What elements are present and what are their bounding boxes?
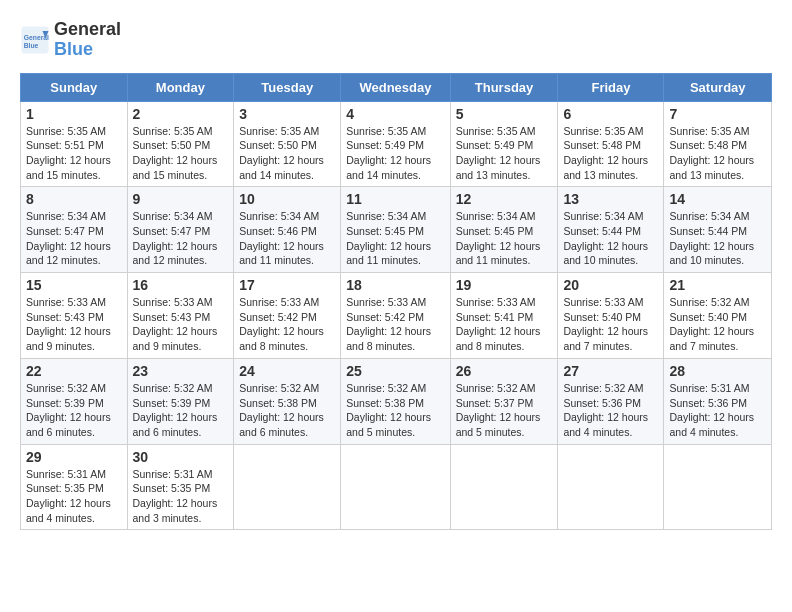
- day-header-tuesday: Tuesday: [234, 73, 341, 101]
- day-info: Sunrise: 5:31 AMSunset: 5:36 PMDaylight:…: [669, 381, 766, 440]
- day-number: 4: [346, 106, 444, 122]
- day-number: 28: [669, 363, 766, 379]
- day-header-monday: Monday: [127, 73, 234, 101]
- calendar-cell: 22Sunrise: 5:32 AMSunset: 5:39 PMDayligh…: [21, 358, 128, 444]
- day-number: 1: [26, 106, 122, 122]
- day-info: Sunrise: 5:35 AMSunset: 5:49 PMDaylight:…: [346, 124, 444, 183]
- day-number: 20: [563, 277, 658, 293]
- calendar-cell: 14Sunrise: 5:34 AMSunset: 5:44 PMDayligh…: [664, 187, 772, 273]
- calendar-cell: 11Sunrise: 5:34 AMSunset: 5:45 PMDayligh…: [341, 187, 450, 273]
- day-info: Sunrise: 5:32 AMSunset: 5:38 PMDaylight:…: [239, 381, 335, 440]
- day-number: 19: [456, 277, 553, 293]
- day-info: Sunrise: 5:34 AMSunset: 5:46 PMDaylight:…: [239, 209, 335, 268]
- calendar-cell: 2Sunrise: 5:35 AMSunset: 5:50 PMDaylight…: [127, 101, 234, 187]
- day-info: Sunrise: 5:34 AMSunset: 5:47 PMDaylight:…: [133, 209, 229, 268]
- calendar-cell: 19Sunrise: 5:33 AMSunset: 5:41 PMDayligh…: [450, 273, 558, 359]
- day-number: 11: [346, 191, 444, 207]
- day-number: 7: [669, 106, 766, 122]
- calendar-cell: 20Sunrise: 5:33 AMSunset: 5:40 PMDayligh…: [558, 273, 664, 359]
- logo: General Blue General Blue: [20, 20, 121, 60]
- calendar-cell: 25Sunrise: 5:32 AMSunset: 5:38 PMDayligh…: [341, 358, 450, 444]
- day-info: Sunrise: 5:32 AMSunset: 5:40 PMDaylight:…: [669, 295, 766, 354]
- svg-text:Blue: Blue: [24, 41, 39, 48]
- day-info: Sunrise: 5:32 AMSunset: 5:39 PMDaylight:…: [26, 381, 122, 440]
- day-number: 3: [239, 106, 335, 122]
- day-number: 6: [563, 106, 658, 122]
- calendar-cell: 7Sunrise: 5:35 AMSunset: 5:48 PMDaylight…: [664, 101, 772, 187]
- calendar-cell: 13Sunrise: 5:34 AMSunset: 5:44 PMDayligh…: [558, 187, 664, 273]
- day-number: 21: [669, 277, 766, 293]
- day-number: 13: [563, 191, 658, 207]
- calendar-cell: [341, 444, 450, 530]
- day-number: 22: [26, 363, 122, 379]
- calendar-cell: 18Sunrise: 5:33 AMSunset: 5:42 PMDayligh…: [341, 273, 450, 359]
- day-number: 14: [669, 191, 766, 207]
- calendar-cell: 1Sunrise: 5:35 AMSunset: 5:51 PMDaylight…: [21, 101, 128, 187]
- calendar-cell: 30Sunrise: 5:31 AMSunset: 5:35 PMDayligh…: [127, 444, 234, 530]
- calendar-cell: 10Sunrise: 5:34 AMSunset: 5:46 PMDayligh…: [234, 187, 341, 273]
- calendar-cell: 5Sunrise: 5:35 AMSunset: 5:49 PMDaylight…: [450, 101, 558, 187]
- day-header-saturday: Saturday: [664, 73, 772, 101]
- day-number: 10: [239, 191, 335, 207]
- day-number: 25: [346, 363, 444, 379]
- logo-text: General Blue: [54, 20, 121, 60]
- calendar-cell: 26Sunrise: 5:32 AMSunset: 5:37 PMDayligh…: [450, 358, 558, 444]
- day-number: 9: [133, 191, 229, 207]
- day-info: Sunrise: 5:31 AMSunset: 5:35 PMDaylight:…: [26, 467, 122, 526]
- day-number: 12: [456, 191, 553, 207]
- day-header-sunday: Sunday: [21, 73, 128, 101]
- calendar-cell: 8Sunrise: 5:34 AMSunset: 5:47 PMDaylight…: [21, 187, 128, 273]
- day-info: Sunrise: 5:34 AMSunset: 5:47 PMDaylight:…: [26, 209, 122, 268]
- calendar-cell: 9Sunrise: 5:34 AMSunset: 5:47 PMDaylight…: [127, 187, 234, 273]
- day-info: Sunrise: 5:34 AMSunset: 5:45 PMDaylight:…: [456, 209, 553, 268]
- day-number: 30: [133, 449, 229, 465]
- day-info: Sunrise: 5:33 AMSunset: 5:43 PMDaylight:…: [26, 295, 122, 354]
- day-info: Sunrise: 5:33 AMSunset: 5:42 PMDaylight:…: [346, 295, 444, 354]
- day-info: Sunrise: 5:35 AMSunset: 5:48 PMDaylight:…: [563, 124, 658, 183]
- day-info: Sunrise: 5:33 AMSunset: 5:41 PMDaylight:…: [456, 295, 553, 354]
- day-info: Sunrise: 5:33 AMSunset: 5:43 PMDaylight:…: [133, 295, 229, 354]
- calendar-cell: 17Sunrise: 5:33 AMSunset: 5:42 PMDayligh…: [234, 273, 341, 359]
- day-info: Sunrise: 5:32 AMSunset: 5:37 PMDaylight:…: [456, 381, 553, 440]
- day-info: Sunrise: 5:35 AMSunset: 5:49 PMDaylight:…: [456, 124, 553, 183]
- day-info: Sunrise: 5:33 AMSunset: 5:40 PMDaylight:…: [563, 295, 658, 354]
- calendar-cell: 4Sunrise: 5:35 AMSunset: 5:49 PMDaylight…: [341, 101, 450, 187]
- general-blue-logo-icon: General Blue: [20, 25, 50, 55]
- day-info: Sunrise: 5:32 AMSunset: 5:36 PMDaylight:…: [563, 381, 658, 440]
- day-info: Sunrise: 5:31 AMSunset: 5:35 PMDaylight:…: [133, 467, 229, 526]
- day-number: 24: [239, 363, 335, 379]
- calendar-cell: [234, 444, 341, 530]
- day-number: 23: [133, 363, 229, 379]
- day-number: 5: [456, 106, 553, 122]
- day-info: Sunrise: 5:35 AMSunset: 5:50 PMDaylight:…: [239, 124, 335, 183]
- day-number: 16: [133, 277, 229, 293]
- day-info: Sunrise: 5:34 AMSunset: 5:44 PMDaylight:…: [669, 209, 766, 268]
- day-number: 26: [456, 363, 553, 379]
- day-header-wednesday: Wednesday: [341, 73, 450, 101]
- day-info: Sunrise: 5:35 AMSunset: 5:50 PMDaylight:…: [133, 124, 229, 183]
- calendar-table: SundayMondayTuesdayWednesdayThursdayFrid…: [20, 73, 772, 531]
- day-number: 17: [239, 277, 335, 293]
- calendar-cell: 21Sunrise: 5:32 AMSunset: 5:40 PMDayligh…: [664, 273, 772, 359]
- day-number: 27: [563, 363, 658, 379]
- day-number: 15: [26, 277, 122, 293]
- day-number: 29: [26, 449, 122, 465]
- day-header-friday: Friday: [558, 73, 664, 101]
- calendar-cell: 6Sunrise: 5:35 AMSunset: 5:48 PMDaylight…: [558, 101, 664, 187]
- calendar-cell: 24Sunrise: 5:32 AMSunset: 5:38 PMDayligh…: [234, 358, 341, 444]
- calendar-cell: 16Sunrise: 5:33 AMSunset: 5:43 PMDayligh…: [127, 273, 234, 359]
- calendar-cell: 12Sunrise: 5:34 AMSunset: 5:45 PMDayligh…: [450, 187, 558, 273]
- calendar-cell: 3Sunrise: 5:35 AMSunset: 5:50 PMDaylight…: [234, 101, 341, 187]
- day-info: Sunrise: 5:35 AMSunset: 5:48 PMDaylight:…: [669, 124, 766, 183]
- day-info: Sunrise: 5:34 AMSunset: 5:45 PMDaylight:…: [346, 209, 444, 268]
- day-info: Sunrise: 5:34 AMSunset: 5:44 PMDaylight:…: [563, 209, 658, 268]
- day-header-thursday: Thursday: [450, 73, 558, 101]
- day-info: Sunrise: 5:32 AMSunset: 5:39 PMDaylight:…: [133, 381, 229, 440]
- day-number: 8: [26, 191, 122, 207]
- calendar-cell: [558, 444, 664, 530]
- day-info: Sunrise: 5:32 AMSunset: 5:38 PMDaylight:…: [346, 381, 444, 440]
- calendar-cell: 29Sunrise: 5:31 AMSunset: 5:35 PMDayligh…: [21, 444, 128, 530]
- day-number: 18: [346, 277, 444, 293]
- day-info: Sunrise: 5:33 AMSunset: 5:42 PMDaylight:…: [239, 295, 335, 354]
- calendar-cell: [664, 444, 772, 530]
